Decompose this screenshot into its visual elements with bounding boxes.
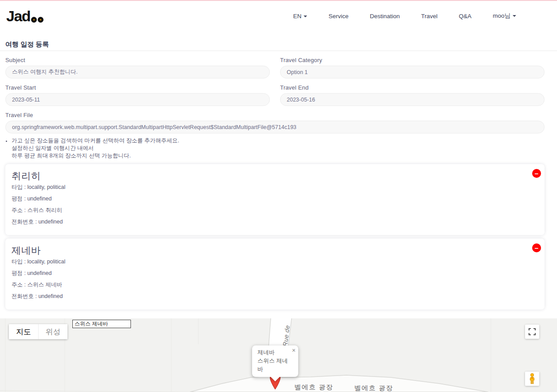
minus-icon: − bbox=[535, 170, 539, 177]
instruction-line: 하루 평균 최대 8개의 장소까지 선택 가능합니다. bbox=[12, 152, 557, 160]
map-type-control: 지도 위성 bbox=[9, 324, 67, 339]
info-window-title: 제네바 bbox=[257, 348, 293, 357]
travel-form: Subject Travel Category Travel Start Tra… bbox=[0, 57, 557, 133]
place-name: 취리히 bbox=[12, 169, 538, 183]
place-type: 타입 : locality, political bbox=[12, 184, 538, 190]
street-label: 벨에흐 광장 bbox=[354, 384, 393, 392]
remove-place-button[interactable]: − bbox=[532, 169, 541, 178]
place-name: 제네바 bbox=[12, 244, 538, 257]
header: Jad EN Service Destination Travel Q&A mo… bbox=[0, 1, 557, 31]
logo-o-icon bbox=[38, 17, 43, 23]
minus-icon: − bbox=[535, 245, 539, 251]
street-label: 벨에흐 광장 bbox=[294, 383, 333, 392]
place-card-zurich: 취리히 타입 : locality, political 평점 : undefi… bbox=[5, 164, 545, 235]
instructions-item: 가고 싶은 장소들을 검색하여 마커를 선택하여 장소를 추가해주세요. 설정하… bbox=[12, 137, 557, 160]
place-rating: 평점 : undefined bbox=[12, 196, 538, 202]
fullscreen-icon bbox=[528, 327, 537, 336]
travel-file-label: Travel File bbox=[5, 112, 545, 119]
divider bbox=[0, 51, 557, 51]
travel-start-label: Travel Start bbox=[5, 84, 270, 91]
instruction-line: 설정하신 일자별 여행시간 내에서 bbox=[12, 145, 557, 152]
place-phone: 전화번호 : undefined bbox=[12, 219, 538, 225]
nav-item-destination[interactable]: Destination bbox=[370, 13, 400, 20]
chevron-down-icon bbox=[304, 16, 307, 17]
logo-text: Jad bbox=[6, 8, 30, 24]
map-search-input[interactable] bbox=[72, 320, 131, 328]
logo[interactable]: Jad bbox=[6, 8, 43, 25]
pegman-icon bbox=[529, 373, 536, 384]
place-rating: 평점 : undefined bbox=[12, 270, 538, 276]
travel-end-field[interactable] bbox=[280, 93, 545, 106]
travel-file-field[interactable] bbox=[5, 121, 545, 133]
travel-end-label: Travel End bbox=[280, 84, 545, 91]
nav-item-qna[interactable]: Q&A bbox=[459, 13, 472, 20]
page-title: 여행 일정 등록 bbox=[5, 40, 552, 48]
travel-category-select[interactable] bbox=[280, 66, 545, 78]
travel-category-label: Travel Category bbox=[280, 57, 545, 64]
logo-o-icon bbox=[31, 17, 37, 23]
info-window-subtitle: 스위스 제네바 bbox=[257, 357, 293, 373]
nav-item-travel[interactable]: Travel bbox=[421, 13, 438, 20]
map-info-window: × 제네바 스위스 제네바 bbox=[252, 345, 298, 377]
remove-place-button[interactable]: − bbox=[532, 243, 541, 252]
chevron-down-icon bbox=[513, 15, 516, 17]
nav-item-language[interactable]: EN bbox=[293, 13, 307, 20]
fullscreen-button[interactable] bbox=[525, 325, 539, 339]
map-type-map-button[interactable]: 지도 bbox=[9, 324, 38, 339]
main-nav: EN Service Destination Travel Q&A moo님 bbox=[293, 12, 557, 20]
place-phone: 전화번호 : undefined bbox=[12, 294, 538, 299]
place-address: 주소 : 스위스 제네바 bbox=[12, 282, 538, 288]
subject-label: Subject bbox=[5, 57, 270, 64]
instructions-list: 가고 싶은 장소들을 검색하여 마커를 선택하여 장소를 추가해주세요. 설정하… bbox=[12, 137, 557, 160]
nav-item-user-menu[interactable]: moo님 bbox=[493, 12, 516, 20]
place-address: 주소 : 스위스 취리히 bbox=[12, 208, 538, 213]
pegman-button[interactable] bbox=[525, 372, 539, 386]
place-type: 타입 : locality, political bbox=[12, 259, 538, 265]
subject-field[interactable] bbox=[5, 66, 270, 78]
map-canvas[interactable]: Rue de 벨에흐 광장 벨에흐 광장 × 제네바 스위스 제네바 지도 위성 bbox=[0, 318, 557, 392]
instruction-line: 가고 싶은 장소들을 검색하여 마커를 선택하여 장소를 추가해주세요. bbox=[12, 137, 557, 145]
travel-start-field[interactable] bbox=[5, 93, 270, 106]
nav-item-service[interactable]: Service bbox=[328, 13, 348, 20]
place-card-geneva: 제네바 타입 : locality, political 평점 : undefi… bbox=[5, 239, 545, 310]
map-type-satellite-button[interactable]: 위성 bbox=[38, 324, 67, 339]
